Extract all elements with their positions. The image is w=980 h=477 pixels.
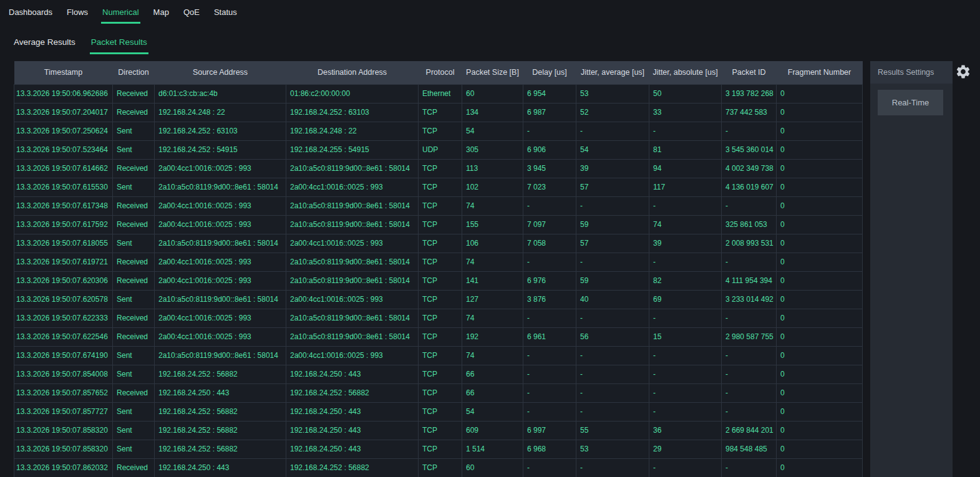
table-row[interactable]: 13.3.2026 19:50:07.615530Sent2a10:a5c0:8… (14, 178, 863, 196)
table-row[interactable]: 13.3.2026 19:50:07.622333Received2a00:4c… (14, 309, 863, 327)
cell-timestamp: 13.3.2026 19:50:07.620578 (14, 290, 113, 309)
column-header-protocol[interactable]: Protocol (419, 61, 462, 84)
column-header-packet-size-b[interactable]: Packet Size [B] (462, 61, 523, 84)
column-header-destination-address[interactable]: Destination Address (286, 61, 419, 84)
table-row[interactable]: 13.3.2026 19:50:07.614662Received2a00:4c… (14, 159, 863, 178)
cell-delay-us: 6 968 (523, 440, 576, 458)
cell-packet-size-b: 74 (462, 196, 523, 215)
cell-delay-us: - (523, 365, 576, 383)
table-row[interactable]: 13.3.2026 19:50:07.620578Sent2a10:a5c0:8… (14, 290, 863, 309)
cell-source-address: 2a00:4cc1:0016::0025 : 993 (155, 253, 286, 271)
table-row[interactable]: 13.3.2026 19:50:07.204017Received192.168… (14, 103, 863, 122)
cell-protocol: TCP (419, 458, 462, 477)
cell-packet-id: - (722, 402, 777, 421)
column-header-jitter-absolute-us[interactable]: Jitter, absolute [us] (649, 61, 722, 84)
cell-jitter-average-us: - (576, 253, 649, 271)
cell-fragment-number: 0 (777, 215, 863, 234)
cell-jitter-absolute-us: 36 (649, 421, 722, 440)
table-row[interactable]: 13.3.2026 19:50:07.858320Sent192.168.24.… (14, 421, 863, 440)
cell-jitter-average-us: - (576, 458, 649, 477)
real-time-button[interactable]: Real-Time (878, 90, 943, 115)
cell-packet-size-b: 192 (462, 327, 523, 346)
cell-jitter-average-us: 55 (576, 421, 649, 440)
cell-fragment-number: 0 (777, 196, 863, 215)
nav-item-dashboards[interactable]: Dashboards (7, 0, 54, 24)
table-row[interactable]: 13.3.2026 19:50:07.857727Sent192.168.24.… (14, 402, 863, 421)
cell-delay-us: - (523, 346, 576, 365)
table-row[interactable]: 13.3.2026 19:50:07.862032Received192.168… (14, 458, 863, 477)
column-header-jitter-average-us[interactable]: Jitter, average [us] (576, 61, 649, 84)
cell-direction: Sent (113, 346, 155, 365)
table-row[interactable]: 13.3.2026 19:50:07.619721Received2a00:4c… (14, 253, 863, 271)
cell-timestamp: 13.3.2026 19:50:07.614662 (14, 159, 113, 178)
cell-jitter-absolute-us: - (649, 122, 722, 140)
cell-packet-size-b: 54 (462, 402, 523, 421)
cell-jitter-absolute-us: 29 (649, 440, 722, 458)
cell-jitter-average-us: - (576, 402, 649, 421)
nav-item-map[interactable]: Map (152, 0, 170, 24)
cell-packet-size-b: 54 (462, 122, 523, 140)
cell-jitter-absolute-us: 39 (649, 234, 722, 253)
cell-packet-size-b: 66 (462, 365, 523, 383)
column-header-direction[interactable]: Direction (113, 61, 155, 84)
cell-jitter-average-us: 56 (576, 327, 649, 346)
column-header-delay-us[interactable]: Delay [us] (523, 61, 576, 84)
cell-protocol: TCP (419, 196, 462, 215)
table-row[interactable]: 13.3.2026 19:50:07.617592Received2a00:4c… (14, 215, 863, 234)
table-row[interactable]: 13.3.2026 19:50:07.523464Sent192.168.24.… (14, 140, 863, 159)
table-row[interactable]: 13.3.2026 19:50:07.617348Received2a00:4c… (14, 196, 863, 215)
cell-jitter-absolute-us: 33 (649, 103, 722, 122)
cell-destination-address: 192.168.24.252 : 56882 (286, 383, 419, 402)
nav-item-numerical[interactable]: Numerical (101, 0, 140, 24)
table-header-row: TimestampDirectionSource AddressDestinat… (14, 61, 863, 84)
cell-fragment-number: 0 (777, 458, 863, 477)
cell-source-address: 2a10:a5c0:8119:9d00::8e61 : 58014 (155, 178, 286, 196)
results-settings-tab[interactable]: Results Settings (870, 61, 953, 84)
cell-protocol: TCP (419, 327, 462, 346)
cell-direction: Received (113, 253, 155, 271)
packet-results-table-container: TimestampDirectionSource AddressDestinat… (14, 61, 863, 477)
column-header-timestamp[interactable]: Timestamp (14, 61, 113, 84)
table-row[interactable]: 13.3.2026 19:50:07.858320Sent192.168.24.… (14, 440, 863, 458)
gear-icon[interactable] (955, 64, 971, 80)
cell-fragment-number: 0 (777, 253, 863, 271)
table-row[interactable]: 13.3.2026 19:50:06.962686Receivedd6:01:c… (14, 84, 863, 103)
cell-destination-address: 2a10:a5c0:8119:9d00::8e61 : 58014 (286, 327, 419, 346)
cell-packet-size-b: 66 (462, 383, 523, 402)
cell-fragment-number: 0 (777, 346, 863, 365)
cell-packet-size-b: 74 (462, 346, 523, 365)
table-row[interactable]: 13.3.2026 19:50:07.618055Sent2a10:a5c0:8… (14, 234, 863, 253)
table-row[interactable]: 13.3.2026 19:50:07.250624Sent192.168.24.… (14, 122, 863, 140)
table-body: 13.3.2026 19:50:06.962686Receivedd6:01:c… (14, 84, 863, 477)
cell-timestamp: 13.3.2026 19:50:07.622333 (14, 309, 113, 327)
cell-jitter-absolute-us: - (649, 309, 722, 327)
subnav-item-average-results[interactable]: Average Results (12, 31, 77, 54)
cell-jitter-average-us: 39 (576, 159, 649, 178)
cell-timestamp: 13.3.2026 19:50:07.204017 (14, 103, 113, 122)
cell-timestamp: 13.3.2026 19:50:07.617348 (14, 196, 113, 215)
results-settings-panel-body: Real-Time (870, 84, 953, 477)
cell-destination-address: 2a10:a5c0:8119:9d00::8e61 : 58014 (286, 271, 419, 290)
cell-jitter-average-us: 57 (576, 234, 649, 253)
column-header-fragment-number[interactable]: Fragment Number (777, 61, 863, 84)
cell-protocol: TCP (419, 402, 462, 421)
cell-jitter-average-us: 59 (576, 271, 649, 290)
cell-protocol: TCP (419, 159, 462, 178)
cell-delay-us: - (523, 122, 576, 140)
nav-item-flows[interactable]: Flows (65, 0, 89, 24)
table-row[interactable]: 13.3.2026 19:50:07.674190Sent2a10:a5c0:8… (14, 346, 863, 365)
cell-jitter-absolute-us: 82 (649, 271, 722, 290)
subnav-item-packet-results[interactable]: Packet Results (90, 31, 148, 54)
column-header-packet-id[interactable]: Packet ID (722, 61, 777, 84)
cell-packet-id: 325 861 053 (722, 215, 777, 234)
nav-item-qoe[interactable]: QoE (182, 0, 201, 24)
column-header-source-address[interactable]: Source Address (155, 61, 286, 84)
cell-protocol: TCP (419, 271, 462, 290)
table-row[interactable]: 13.3.2026 19:50:07.622546Received2a00:4c… (14, 327, 863, 346)
table-row[interactable]: 13.3.2026 19:50:07.620306Received2a00:4c… (14, 271, 863, 290)
cell-fragment-number: 0 (777, 309, 863, 327)
nav-item-status[interactable]: Status (213, 0, 238, 24)
cell-fragment-number: 0 (777, 178, 863, 196)
table-row[interactable]: 13.3.2026 19:50:07.857652Received192.168… (14, 383, 863, 402)
table-row[interactable]: 13.3.2026 19:50:07.854008Sent192.168.24.… (14, 365, 863, 383)
